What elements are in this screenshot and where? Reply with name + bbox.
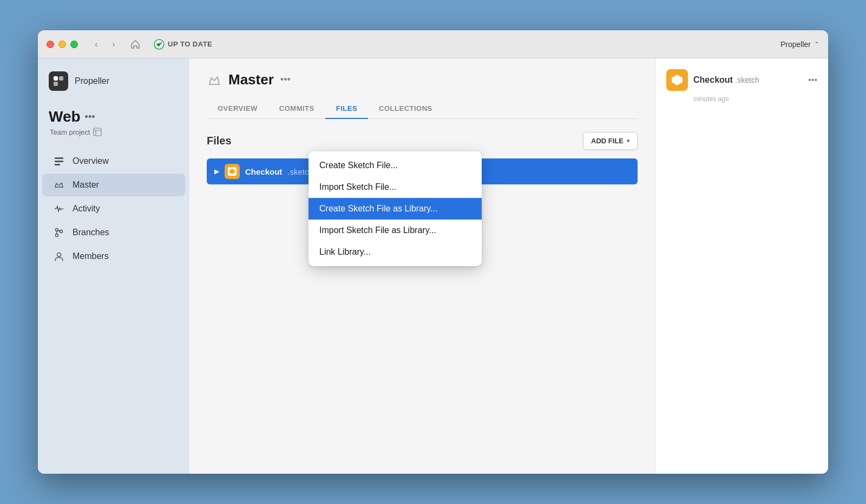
crown-icon xyxy=(53,179,65,191)
file-name: Checkout xyxy=(245,167,282,176)
svg-point-11 xyxy=(56,234,58,237)
org-logo xyxy=(49,71,68,91)
list-icon xyxy=(53,155,65,167)
sidebar-item-master-label: Master xyxy=(73,180,99,190)
project-type-label: Team project xyxy=(50,128,90,136)
tabs: OVERVIEW COMMITS FILES COLLECTIONS xyxy=(207,99,638,119)
svg-rect-8 xyxy=(55,161,63,162)
svg-point-13 xyxy=(57,253,61,257)
sync-icon xyxy=(154,39,165,50)
tab-files[interactable]: FILES xyxy=(325,99,368,119)
sidebar-item-members-label: Members xyxy=(73,251,109,261)
file-detail-name: Checkout xyxy=(693,75,733,84)
dropdown-item-create-sketch[interactable]: Create Sketch File... xyxy=(309,155,482,176)
add-file-button[interactable]: ADD FILE ▾ xyxy=(583,132,638,150)
right-panel: Checkout .sketch ••• minutes ago xyxy=(655,58,828,474)
activity-icon xyxy=(53,203,65,215)
nav-buttons: ‹ › xyxy=(89,37,121,52)
sidebar-item-branches-label: Branches xyxy=(73,228,109,237)
files-section: Files ADD FILE ▾ ▶ C xyxy=(189,119,655,474)
add-file-label: ADD FILE xyxy=(591,137,624,145)
branch-icon xyxy=(53,227,65,238)
svg-rect-7 xyxy=(55,157,63,159)
branch-title-row: Master ••• xyxy=(207,71,638,88)
sidebar-item-branches[interactable]: Branches xyxy=(42,221,185,244)
files-title: Files xyxy=(207,135,232,147)
close-button[interactable] xyxy=(47,41,54,48)
file-detail-info: Checkout .sketch xyxy=(693,75,759,85)
dropdown-item-create-library[interactable]: Create Sketch File as Library... xyxy=(309,198,482,220)
repo-name: Propeller xyxy=(780,40,811,49)
org-name: Propeller xyxy=(75,76,109,86)
svg-rect-3 xyxy=(54,82,58,86)
sidebar-nav: Overview Master xyxy=(38,149,189,268)
file-expand-icon: ▶ xyxy=(214,168,219,175)
svg-marker-14 xyxy=(229,169,235,174)
file-detail-icon xyxy=(666,69,688,91)
dropdown-item-link-library[interactable]: Link Library... xyxy=(309,241,482,263)
sidebar-item-activity[interactable]: Activity xyxy=(42,197,185,220)
dropdown-item-import-sketch[interactable]: Import Sketch File... xyxy=(309,176,482,198)
forward-button[interactable]: › xyxy=(106,37,121,52)
sidebar-item-members[interactable]: Members xyxy=(42,245,185,268)
svg-marker-15 xyxy=(672,75,683,85)
branch-title: Master xyxy=(228,71,274,88)
sidebar-item-master[interactable]: Master xyxy=(42,174,185,196)
file-detail-ext: .sketch xyxy=(735,76,759,84)
sidebar: Propeller Web ••• Team project xyxy=(38,58,189,474)
sync-status: UP TO DATE xyxy=(154,39,212,50)
main-content: Propeller Web ••• Team project xyxy=(38,58,828,474)
branch-more-button[interactable]: ••• xyxy=(280,74,291,85)
sidebar-item-overview[interactable]: Overview xyxy=(42,150,185,173)
project-more-button[interactable]: ••• xyxy=(85,111,95,123)
file-detail-header: Checkout .sketch ••• xyxy=(666,69,817,91)
add-file-chevron-icon: ▾ xyxy=(627,138,629,144)
home-icon xyxy=(130,39,141,50)
content-header: Master ••• OVERVIEW COMMITS FILES COLLEC… xyxy=(189,58,655,119)
title-bar: ‹ › UP TO DATE Propeller ⌃ xyxy=(38,30,828,58)
svg-rect-9 xyxy=(55,164,60,165)
back-button[interactable]: ‹ xyxy=(89,37,104,52)
svg-rect-2 xyxy=(59,76,63,81)
svg-rect-1 xyxy=(54,76,58,81)
chevron-icon: ⌃ xyxy=(814,41,819,48)
home-button[interactable] xyxy=(128,37,143,52)
dropdown-menu: Create Sketch File... Import Sketch File… xyxy=(309,151,482,266)
dropdown-item-import-library[interactable]: Import Sketch File as Library... xyxy=(309,220,482,241)
sketch-icon xyxy=(228,167,237,176)
project-name-row: Web ••• xyxy=(49,108,179,125)
tab-commits[interactable]: COMMITS xyxy=(268,99,325,119)
traffic-lights xyxy=(47,41,78,48)
file-detail-time: minutes ago xyxy=(693,95,817,103)
branch-title-icon xyxy=(207,72,222,88)
team-icon xyxy=(93,128,102,136)
minimize-button[interactable] xyxy=(58,41,66,48)
tab-collections[interactable]: COLLECTIONS xyxy=(368,99,443,119)
files-header: Files ADD FILE ▾ xyxy=(207,132,638,150)
project-type: Team project xyxy=(49,128,179,136)
org-header: Propeller xyxy=(38,71,189,102)
svg-rect-4 xyxy=(94,128,101,136)
dropdown-container: Create Sketch File... Import Sketch File… xyxy=(309,151,482,266)
content-area: Master ••• OVERVIEW COMMITS FILES COLLEC… xyxy=(189,58,655,474)
tab-overview[interactable]: OVERVIEW xyxy=(207,99,268,119)
file-icon xyxy=(225,164,240,179)
org-logo-icon xyxy=(53,75,64,87)
maximize-button[interactable] xyxy=(70,41,78,48)
project-name: Web xyxy=(49,108,81,125)
sync-label: UP TO DATE xyxy=(168,40,212,48)
project-header: Web ••• Team project xyxy=(38,102,189,141)
sidebar-item-activity-label: Activity xyxy=(73,204,100,214)
sidebar-item-overview-label: Overview xyxy=(73,156,109,166)
file-detail-more-button[interactable]: ••• xyxy=(808,75,817,85)
title-bar-right: Propeller ⌃ xyxy=(780,40,819,49)
person-icon xyxy=(53,250,65,262)
sketch-detail-icon xyxy=(671,74,684,87)
app-window: ‹ › UP TO DATE Propeller ⌃ xyxy=(38,30,828,474)
